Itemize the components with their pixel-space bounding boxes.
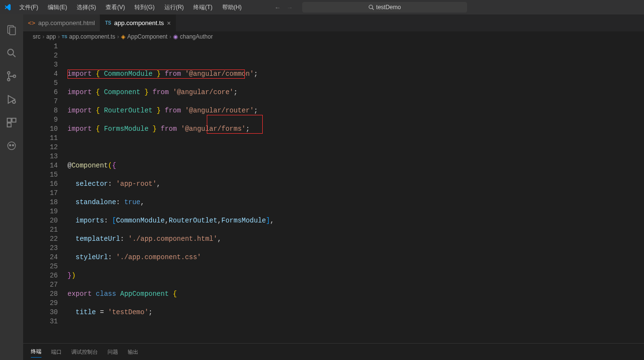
main-menu: 文件(F) 编辑(E) 选择(S) 查看(V) 转到(G) 运行(R) 终端(T… xyxy=(15,1,245,14)
nav-back-icon[interactable]: ← xyxy=(274,4,281,11)
svg-rect-10 xyxy=(7,118,11,122)
code-content[interactable]: import { CommonModule } from '@angular/c… xyxy=(67,42,644,343)
line-numbers: 1234567891011121314151617181920212223242… xyxy=(23,42,67,343)
tab-label: app.component.ts xyxy=(114,19,164,27)
editor-tabs: <> app.component.html TS app.component.t… xyxy=(23,14,644,31)
menu-view[interactable]: 查看(V) xyxy=(102,1,129,14)
menu-terminal[interactable]: 终端(T) xyxy=(189,1,216,14)
breadcrumb-src[interactable]: src xyxy=(33,33,40,40)
svg-point-15 xyxy=(13,145,14,146)
svg-point-7 xyxy=(8,79,10,81)
search-icon xyxy=(368,4,374,10)
html-file-icon: <> xyxy=(28,19,35,27)
menu-select[interactable]: 选择(S) xyxy=(73,1,100,14)
breadcrumb-file[interactable]: TSapp.component.ts xyxy=(62,33,115,40)
tab-app-component-ts[interactable]: TS app.component.ts × xyxy=(100,14,176,31)
activity-extensions[interactable] xyxy=(0,111,23,134)
menu-help[interactable]: 帮助(H) xyxy=(218,1,246,14)
chevron-right-icon: › xyxy=(42,33,44,40)
ts-file-icon: TS xyxy=(62,34,67,39)
command-center[interactable]: testDemo xyxy=(302,2,467,13)
svg-point-8 xyxy=(13,75,16,78)
activity-copilot[interactable] xyxy=(0,134,23,157)
svg-rect-11 xyxy=(12,118,16,122)
svg-point-14 xyxy=(10,145,11,146)
chevron-right-icon: › xyxy=(169,33,171,40)
svg-point-9 xyxy=(13,100,15,103)
method-icon: ◉ xyxy=(173,33,178,40)
svg-rect-3 xyxy=(10,27,15,35)
close-icon[interactable]: × xyxy=(167,19,171,27)
menu-edit[interactable]: 编辑(E) xyxy=(44,1,71,14)
panel-tab-debug-console[interactable]: 调试控制台 xyxy=(71,346,98,358)
svg-line-1 xyxy=(373,8,374,10)
svg-point-0 xyxy=(369,5,373,9)
activity-source-control[interactable] xyxy=(0,65,23,88)
tab-app-component-html[interactable]: <> app.component.html xyxy=(23,14,100,31)
panel-tab-output[interactable]: 输出 xyxy=(128,346,138,358)
nav-arrows: ← → xyxy=(274,4,293,11)
breadcrumb-class[interactable]: ◈AppComponent xyxy=(121,33,167,40)
svg-point-4 xyxy=(8,49,13,55)
svg-rect-12 xyxy=(7,123,11,127)
panel-tab-terminal[interactable]: 终端 xyxy=(31,346,41,358)
class-icon: ◈ xyxy=(121,33,125,40)
bottom-panel: 终端 端口 调试控制台 问题 输出 xyxy=(23,343,644,360)
breadcrumb-method[interactable]: ◉changAuthor xyxy=(173,33,213,40)
breadcrumb: src › app › TSapp.component.ts › ◈AppCom… xyxy=(23,31,644,42)
svg-point-13 xyxy=(8,142,15,150)
menu-file[interactable]: 文件(F) xyxy=(15,1,42,14)
tab-label: app.component.html xyxy=(38,19,95,27)
editor-area: <> app.component.html TS app.component.t… xyxy=(23,14,644,360)
ts-file-icon: TS xyxy=(105,20,111,26)
titlebar: 文件(F) 编辑(E) 选择(S) 查看(V) 转到(G) 运行(R) 终端(T… xyxy=(0,0,644,14)
panel-tab-ports[interactable]: 端口 xyxy=(51,346,62,358)
svg-line-5 xyxy=(13,55,15,57)
vscode-logo-icon xyxy=(4,3,12,11)
menu-goto[interactable]: 转到(G) xyxy=(131,1,158,14)
chevron-right-icon: › xyxy=(58,33,60,40)
activity-search[interactable] xyxy=(0,42,23,65)
nav-forward-icon[interactable]: → xyxy=(286,4,293,11)
chevron-right-icon: › xyxy=(117,33,119,40)
breadcrumb-app[interactable]: app xyxy=(46,33,56,40)
search-text: testDemo xyxy=(376,4,401,11)
activity-explorer[interactable] xyxy=(0,18,23,42)
menu-run[interactable]: 运行(R) xyxy=(161,1,188,14)
code-editor[interactable]: 1234567891011121314151617181920212223242… xyxy=(23,42,644,343)
svg-point-6 xyxy=(8,72,10,74)
activity-run-debug[interactable] xyxy=(0,88,23,111)
activity-bar xyxy=(0,14,23,360)
panel-tab-problems[interactable]: 问题 xyxy=(107,346,118,358)
